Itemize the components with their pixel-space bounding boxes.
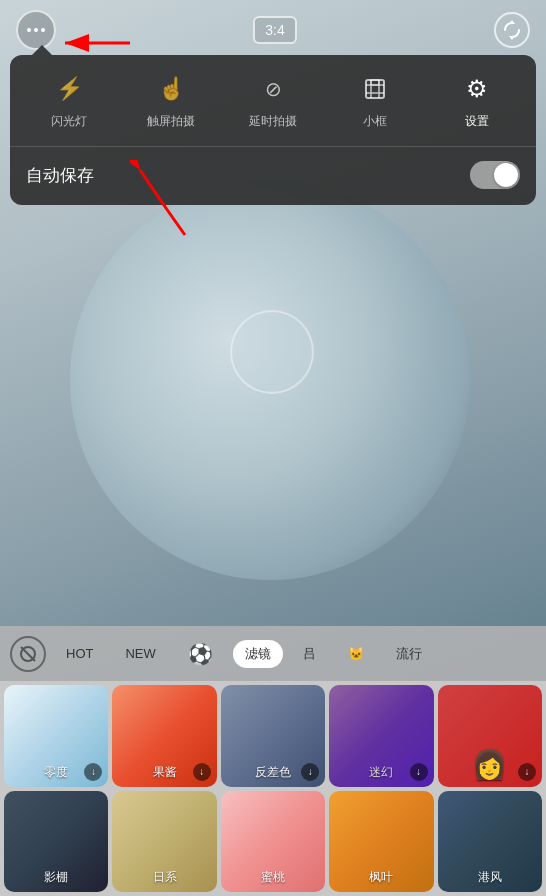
settings-label: 设置 bbox=[465, 113, 489, 130]
touch-icon: ☝ bbox=[153, 71, 189, 107]
touch-label: 触屏拍摄 bbox=[147, 113, 195, 130]
flash-label: 闪光灯 bbox=[51, 113, 87, 130]
filter-item-gangfeng[interactable]: 港风 bbox=[438, 791, 542, 893]
download-badge-lingdu: ↓ bbox=[84, 763, 102, 781]
filter-item-fengye[interactable]: 枫叶 bbox=[329, 791, 433, 893]
download-badge-fanchase: ↓ bbox=[301, 763, 319, 781]
download-badge-portrait: ↓ bbox=[518, 763, 536, 781]
filter-bg-guojiang: 果酱 ↓ bbox=[112, 685, 216, 787]
menu-item-flash[interactable]: ⚡ 闪光灯 bbox=[18, 71, 120, 130]
filter-bg-mitao: 蜜桃 bbox=[221, 791, 325, 893]
filter-label-lingdu: 零度 bbox=[44, 764, 68, 781]
annotation-arrow-middle bbox=[130, 160, 190, 244]
filter-bg-fengye: 枫叶 bbox=[329, 791, 433, 893]
filter-item-portrait[interactable]: 👩 ↓ bbox=[438, 685, 542, 787]
filter-label-mitao: 蜜桃 bbox=[261, 869, 285, 886]
filter-bg-gangfeng: 港风 bbox=[438, 791, 542, 893]
filter-bg-lingdu: 零度 ↓ bbox=[4, 685, 108, 787]
filter-label-mihuan: 迷幻 bbox=[369, 764, 393, 781]
settings-icon: ⚙ bbox=[459, 71, 495, 107]
menu-item-frame[interactable]: 小框 bbox=[324, 71, 426, 130]
filter-chip-soccer[interactable]: ⚽ bbox=[176, 637, 225, 671]
auto-save-label: 自动保存 bbox=[26, 164, 94, 187]
filter-label-gangfeng: 港风 bbox=[478, 869, 502, 886]
menu-button[interactable] bbox=[16, 10, 56, 50]
filter-chip-liuxing[interactable]: 流行 bbox=[384, 640, 434, 668]
menu-item-delay[interactable]: ⊘ 延时拍摄 bbox=[222, 71, 324, 130]
svg-marker-0 bbox=[509, 20, 515, 24]
filter-bg-yingpeng: 影棚 bbox=[4, 791, 108, 893]
download-badge-mihuan: ↓ bbox=[410, 763, 428, 781]
filter-item-yingpeng[interactable]: 影棚 bbox=[4, 791, 108, 893]
toggle-thumb bbox=[494, 163, 518, 187]
menu-item-settings[interactable]: ⚙ 设置 bbox=[426, 71, 528, 130]
filter-item-guojiang[interactable]: 果酱 ↓ bbox=[112, 685, 216, 787]
divider bbox=[10, 146, 536, 147]
filter-grid: 零度 ↓ 果酱 ↓ 反差色 ↓ 迷幻 ↓ 👩 ↓ 影棚 日系 bbox=[0, 681, 546, 896]
filter-label-guojiang: 果酱 bbox=[153, 764, 177, 781]
menu-icons-row: ⚡ 闪光灯 ☝ 触屏拍摄 ⊘ 延时拍摄 小框 ⚙ 设置 bbox=[18, 71, 528, 130]
filter-bg-fanchase: 反差色 ↓ bbox=[221, 685, 325, 787]
auto-save-toggle[interactable] bbox=[470, 161, 520, 189]
filter-label-rixie: 日系 bbox=[153, 869, 177, 886]
filter-chip-new[interactable]: NEW bbox=[113, 641, 167, 666]
download-badge-guojiang: ↓ bbox=[193, 763, 211, 781]
auto-save-row: 自动保存 bbox=[18, 161, 528, 189]
filter-item-fanchase[interactable]: 反差色 ↓ bbox=[221, 685, 325, 787]
filter-label-yingpeng: 影棚 bbox=[44, 869, 68, 886]
frame-icon bbox=[357, 71, 393, 107]
svg-rect-4 bbox=[366, 80, 384, 98]
flash-icon: ⚡ bbox=[51, 71, 87, 107]
filter-chip-lvjing[interactable]: 滤镜 bbox=[233, 640, 283, 668]
filter-label-fengye: 枫叶 bbox=[369, 869, 393, 886]
dropdown-menu: ⚡ 闪光灯 ☝ 触屏拍摄 ⊘ 延时拍摄 小框 ⚙ 设置 自 bbox=[10, 55, 536, 205]
filter-bg-mihuan: 迷幻 ↓ bbox=[329, 685, 433, 787]
filter-chip-hot[interactable]: HOT bbox=[54, 641, 105, 666]
filter-chip-cat[interactable]: 🐱 bbox=[336, 641, 376, 666]
filter-bg-rixie: 日系 bbox=[112, 791, 216, 893]
filter-item-mitao[interactable]: 蜜桃 bbox=[221, 791, 325, 893]
filter-bg-portrait: 👩 ↓ bbox=[438, 685, 542, 787]
filter-item-lingdu[interactable]: 零度 ↓ bbox=[4, 685, 108, 787]
flip-icon bbox=[501, 19, 523, 41]
dots-icon bbox=[27, 28, 45, 32]
filter-item-mihuan[interactable]: 迷幻 ↓ bbox=[329, 685, 433, 787]
filter-label-portrait: 👩 bbox=[472, 748, 507, 781]
delay-icon: ⊘ bbox=[255, 71, 291, 107]
filter-item-rixie[interactable]: 日系 bbox=[112, 791, 216, 893]
filter-label-fanchase: 反差色 bbox=[255, 764, 291, 781]
ratio-button[interactable]: 3:4 bbox=[253, 16, 296, 44]
flip-camera-button[interactable] bbox=[494, 12, 530, 48]
filter-bar: HOT NEW ⚽ 滤镜 吕 🐱 流行 bbox=[0, 626, 546, 681]
annotation-arrow-top bbox=[55, 28, 135, 62]
delay-label: 延时拍摄 bbox=[249, 113, 297, 130]
frame-label: 小框 bbox=[363, 113, 387, 130]
filter-chip-none[interactable] bbox=[10, 636, 46, 672]
no-filter-icon bbox=[19, 645, 37, 663]
svg-marker-1 bbox=[509, 36, 515, 40]
menu-item-touch[interactable]: ☝ 触屏拍摄 bbox=[120, 71, 222, 130]
filter-chip-lv[interactable]: 吕 bbox=[291, 640, 328, 668]
